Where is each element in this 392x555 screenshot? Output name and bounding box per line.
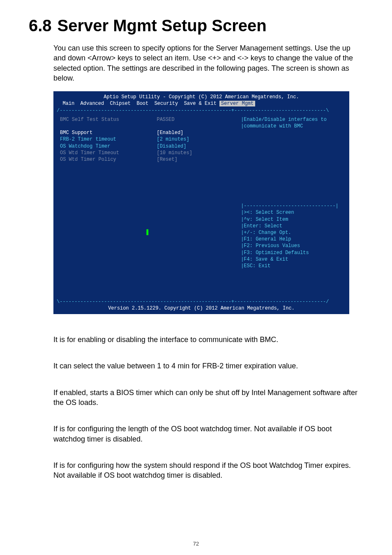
bios-separator-top: /---------------------------------------… [57,107,346,114]
bios-row-os-wtd-timeout: OS Wtd Timer Timeout [10 minutes] [60,150,236,156]
bios-help-key: |Enter: Select [241,223,344,229]
bios-row-frb2-timeout: FRB-2 Timer timeout [2 minutes] [60,136,236,143]
intro-paragraph: You can use this screen to specify optio… [53,43,363,83]
bios-menu-selected: Server Mgmt [219,101,255,106]
heading-title: Server Mgmt Setup Screen [58,16,267,35]
bios-help-line: |communicate with BMC [241,123,344,130]
section-heading: 6.8 Server Mgmt Setup Screen [29,16,363,35]
bios-help-key: |F1: General Help [241,236,344,243]
bios-help-line: |Enable/Disable interfaces to [241,116,344,123]
description-frb2-timeout: It can select the value between 1 to 4 m… [53,361,363,371]
bios-label: BMC Support [60,130,157,136]
bios-footer: Version 2.15.1229. Copyright (C) 2012 Am… [57,305,346,312]
bios-help-key: |><: Select Screen [241,209,344,216]
bios-header: Aptio Setup Utility - Copyright (C) 2012… [57,94,346,100]
bios-help-key: |F4: Save & Exit [241,256,344,263]
description-bmc-support: It is for enabling or disabling the inte… [53,335,363,345]
bios-label: OS Wtd Timer Policy [60,156,157,163]
bios-right-pane: |Enable/Disable interfaces to |communica… [239,114,346,298]
bios-label: OS Wtd Timer Timeout [60,150,157,156]
bios-help-key: |+/-: Change Opt. [241,229,344,236]
bios-label: OS Watchdog Timer [60,143,157,150]
bios-value: [Enabled] [157,130,183,136]
bios-row-blank [60,123,236,130]
bios-row-bmc-self-test: BMC Self Test Status PASSED [60,116,236,123]
bios-help-separator: |-------------------------------| [241,203,344,209]
bios-row-os-wtd-policy: OS Wtd Timer Policy [Reset] [60,156,236,163]
bios-menu-items: Main Advanced Chipset Boot Security Save… [57,101,219,106]
bios-cursor-icon: ▋ [146,230,149,236]
bios-help-key: |F2: Previous Values [241,243,344,249]
bios-separator-bottom: \---------------------------------------… [57,298,346,305]
bios-value: [2 minutes] [157,136,189,143]
bios-value: [Reset] [157,156,177,163]
description-os-watchdog: If enabled, starts a BIOS timer which ca… [53,388,363,408]
bios-help-key: |ESC: Exit [241,263,344,269]
bios-row-os-watchdog: OS Watchdog Timer [Disabled] [60,143,236,150]
bios-screen: Aptio Setup Utility - Copyright (C) 2012… [53,91,349,314]
bios-help-key: |F3: Optimized Defaults [241,250,344,256]
bios-left-pane: BMC Self Test Status PASSED BMC Support … [57,114,239,298]
description-os-wtd-policy: If is for configuring how the system sho… [53,460,363,481]
heading-number: 6.8 [29,16,52,35]
bios-value: PASSED [157,116,174,123]
bios-value: [10 minutes] [157,150,192,156]
page-number: 72 [0,541,392,547]
bios-label: FRB-2 Timer timeout [60,136,157,143]
description-os-wtd-timeout: If is for configuring the length of the … [53,424,363,444]
bios-value: [Disabled] [157,143,186,150]
bios-menu: Main Advanced Chipset Boot Security Save… [57,100,346,107]
bios-help-key: |^v: Select Item [241,216,344,223]
bios-label: BMC Self Test Status [60,116,157,123]
bios-row-bmc-support: BMC Support [Enabled] [60,130,236,136]
